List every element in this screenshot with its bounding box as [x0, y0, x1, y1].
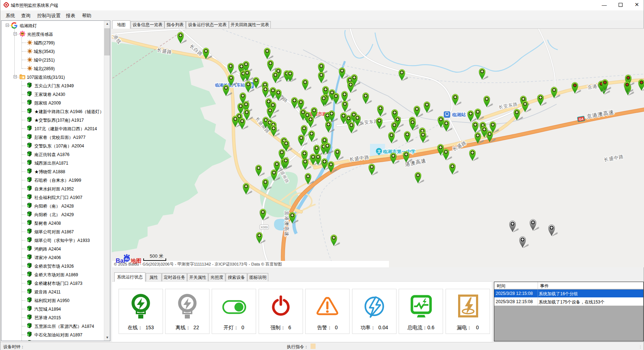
svg-text:© 2025 Baidu - GS(2023)3206号 -: © 2025 Baidu - GS(2023)3206号 - 甲测资字11111…	[114, 262, 282, 266]
svg-text:500 米: 500 米	[150, 253, 163, 259]
svg-text:京港澳高速: 京港澳高速	[284, 211, 289, 237]
svg-text:du: du	[125, 257, 129, 261]
svg-text:临湘站: 临湘站	[452, 112, 466, 117]
svg-text:X089: X089	[261, 225, 268, 229]
svg-text:G4: G4	[579, 117, 584, 121]
svg-text:文: 文	[378, 149, 381, 153]
svg-text:临湘市第一中学: 临湘市第一中学	[383, 149, 415, 154]
